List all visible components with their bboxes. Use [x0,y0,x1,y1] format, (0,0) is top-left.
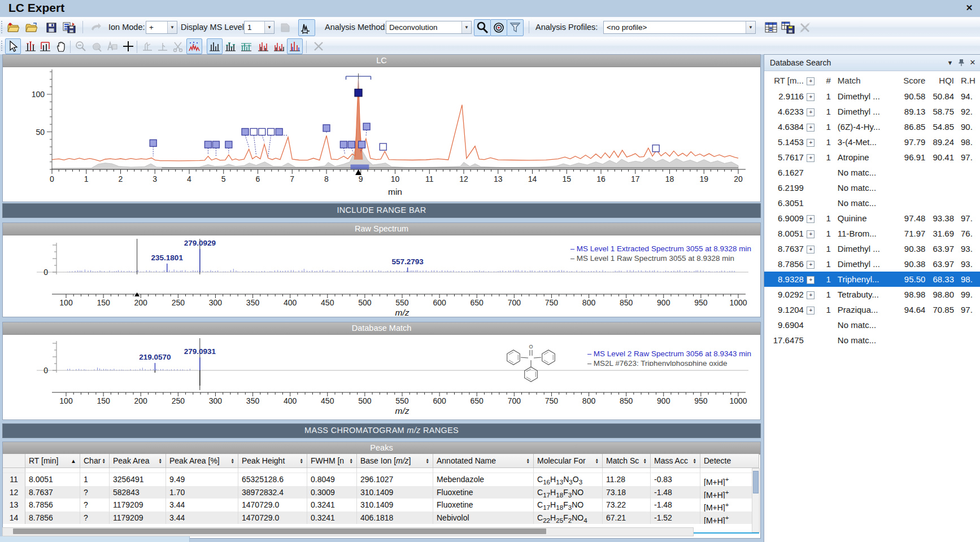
db-search-row[interactable]: 6.2199No matc... [764,180,980,195]
db-search-row[interactable]: 8.0051+111-Brom...71.9731.6976. [764,226,980,241]
column-header[interactable]: FWHM [n▲▼ [307,454,357,467]
search-icon[interactable] [474,19,491,36]
expand-row-icon[interactable]: + [807,108,815,116]
table-view-icon[interactable] [763,19,779,36]
grid-display-icon[interactable] [238,38,254,54]
expand-row-icon[interactable]: + [807,93,815,101]
db-search-row[interactable]: 6.3051No matc... [764,195,980,211]
stick-display-icon[interactable] [207,38,223,54]
lc-peak-marker[interactable] [276,129,282,136]
db-search-row[interactable]: 5.1453+13-(4-Met...97.7989.2498. [764,134,980,150]
peaks-horizontal-scrollbar[interactable] [2,527,694,536]
close-icon[interactable]: ✕ [968,59,977,67]
centroid-display-icon[interactable] [223,38,238,54]
table-row[interactable]: 128.7637?5828431.7038972832.40.3009310.1… [3,486,759,499]
chevron-down-icon[interactable]: ▼ [264,21,274,33]
lc-peak-marker[interactable] [340,141,347,148]
lc-peak-marker-unassigned[interactable] [259,129,265,136]
peak-sticks-icon[interactable] [23,38,38,54]
column-header[interactable]: HQI [925,73,954,89]
select-cursor-icon[interactable] [5,38,21,54]
mass-chromatogram-ranges-bar[interactable]: MASS CHROMATOGRAM m/z RANGES [2,423,761,438]
column-header[interactable]: Peak Area▲▼ [110,454,166,467]
display-ms-level-select[interactable]: 1 ▼ [244,21,275,34]
lc-peak-marker[interactable] [204,141,211,148]
lc-peak-marker[interactable] [212,141,219,148]
column-header[interactable]: Match Sc▲▼ [603,454,651,467]
lc-peak-marker[interactable] [348,141,355,148]
expand-row-icon[interactable]: + [807,154,815,162]
save-workspace-icon[interactable] [61,19,78,36]
db-search-row[interactable]: 6.9009+1Quinine97.4893.3897. [764,211,980,226]
expand-row-icon[interactable]: + [807,124,815,132]
chevron-down-icon[interactable]: ▼ [167,21,177,33]
peak-range-icon[interactable] [37,38,53,54]
column-header[interactable]: + [804,73,818,89]
overlay-spectrum-icon[interactable] [186,38,202,54]
expand-row-icon[interactable]: + [807,230,815,238]
expand-row-icon[interactable]: + [807,261,815,269]
db-search-row[interactable]: 9.6904No matc... [764,317,980,333]
open-report-icon[interactable] [5,19,21,36]
db-search-row[interactable]: 2.9116+1Dimethyl ...90.5850.8494. [764,89,980,104]
filter-icon[interactable] [507,19,524,36]
pin-icon[interactable] [957,59,966,67]
expand-row-icon[interactable]: + [807,291,815,299]
table-row[interactable]: 118.0051132564919.4965325128.60.8049296.… [3,473,759,486]
analysis-method-select[interactable]: Deconvolution ▼ [386,21,472,34]
column-header[interactable]: RT [m... [764,73,804,89]
column-header[interactable]: Mass Acc▲▼ [651,454,700,467]
column-header[interactable]: Annotated Name▲▼ [433,454,534,467]
lc-peak-marker-unassigned[interactable] [380,143,386,150]
table-row[interactable]: 138.7856?11792093.441470729.00.3241310.1… [3,499,759,512]
chevron-down-icon[interactable]: ▼ [461,21,471,33]
open-folder-icon[interactable] [23,19,40,36]
column-header[interactable]: R.H [954,73,980,89]
lc-peak-marker-unassigned[interactable] [652,145,659,152]
collapse-chevron-icon[interactable]: ▼ [946,59,955,67]
lc-peak-marker[interactable] [242,129,249,136]
save-icon[interactable] [43,19,60,36]
expand-row-icon[interactable]: + [807,139,815,147]
expand-all-icon[interactable]: + [807,77,815,85]
db-search-row[interactable]: 5.7617+1Atropine96.9190.4197. [764,150,980,165]
column-header[interactable]: Peak Height▲▼ [238,454,307,467]
column-header[interactable]: Detecte [700,454,759,467]
db-search-row[interactable]: 17.6475No matc... [764,333,980,348]
db-search-row-selected[interactable]: 8.9328+1Triphenyl...95.5068.3398. [764,272,980,287]
lc-peak-marker-unassigned[interactable] [250,129,257,136]
column-header[interactable]: Score [896,73,925,89]
lc-peak-marker[interactable] [323,125,330,132]
close-icon[interactable]: ✕ [963,3,975,14]
spectrum-method-icon[interactable] [298,19,315,36]
lc-chromatogram-plot[interactable]: 01234567891011121314151617181920min50100 [3,67,759,202]
include-range-bar[interactable]: INCLUDE RANGE BAR [2,203,761,218]
expand-row-icon[interactable]: + [807,307,815,314]
db-search-row[interactable]: 4.6384+1(6Z)-4-Hy...86.8554.8590. [764,119,980,134]
db-search-row[interactable]: 8.7637+1Dimethyl ...90.3863.9793. [764,241,980,256]
pan-hand-icon[interactable] [53,38,69,54]
db-search-row[interactable]: 6.1627No matc... [764,165,980,180]
table-row[interactable]: 148.7856?11792093.441470729.00.3241406.1… [3,512,759,524]
chevron-down-icon[interactable]: ▼ [746,21,755,33]
analysis-profiles-select[interactable]: <no profile> ▼ [603,21,756,34]
ion-mode-select[interactable]: + ▼ [146,21,177,34]
db-search-row[interactable]: 9.0292+1Tetrabuty...98.9898.8099. [764,287,980,302]
column-header[interactable]: Match [833,73,896,89]
target-icon[interactable] [490,19,507,36]
crosshair-icon[interactable] [120,38,136,54]
table-export-icon[interactable] [779,19,796,36]
lc-peak-marker[interactable] [225,141,232,148]
database-match-plot[interactable]: 219.0570279.0931100150200250300350400450… [3,335,759,419]
column-header[interactable]: Base Ion [m/z]▲▼ [357,454,433,467]
column-header[interactable]: # [818,73,833,89]
column-header[interactable]: RT [min]▲ [25,454,80,467]
database-search-titlebar[interactable]: Database Search ▼ ✕ [764,55,980,71]
toolbar-grip[interactable] [1,41,4,51]
lc-peak-marker[interactable] [363,123,370,130]
table-row-clipped[interactable] [3,468,759,473]
window-horizontal-scrollbar[interactable] [0,536,190,542]
chromatogram-view-3-icon[interactable] [287,38,303,54]
expand-row-icon[interactable]: + [807,276,815,284]
lc-selected-peak-marker[interactable] [355,89,362,97]
